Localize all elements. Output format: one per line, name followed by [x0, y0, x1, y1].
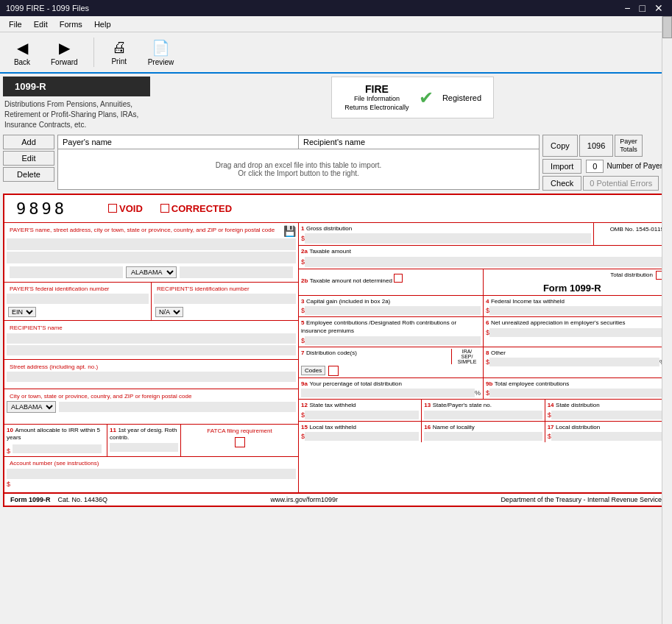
payer-recipient-table: Payer's name Recipient's name Drag and d… — [57, 135, 540, 190]
box-16-input[interactable] — [424, 432, 542, 441]
ira-sep-label: IRA/SEP/SIMPLE — [451, 349, 481, 364]
table-header: Payer's name Recipient's name — [58, 135, 539, 149]
drag-drop-text: Drag and drop an excel file into this ta… — [64, 161, 533, 169]
box-14-input[interactable] — [551, 411, 665, 419]
fatca-checkbox[interactable] — [235, 437, 245, 447]
menu-help[interactable]: Help — [88, 18, 117, 30]
box-13-title: State/Payer's state no. — [433, 402, 492, 408]
account-label: Account number (see instructions) — [7, 458, 296, 467]
registered-check-icon: ✔ — [419, 88, 434, 108]
box-10-num: 10 — [7, 427, 13, 433]
title-bar: 1099 FIRE - 1099 Files − □ ✕ — [0, 0, 672, 16]
table-body: Drag and drop an excel file into this ta… — [58, 149, 539, 189]
box-1-input[interactable] — [305, 233, 591, 244]
box-8-input[interactable] — [489, 358, 659, 366]
city-label: City or town, state or province, country… — [7, 391, 296, 400]
form-barcode: 9898 — [10, 196, 73, 221]
save-icon[interactable]: 💾 — [283, 225, 296, 237]
minimize-button[interactable]: − — [621, 3, 633, 13]
num-payers-value: 0 — [586, 160, 604, 173]
city-state-select[interactable]: ALABAMA — [7, 401, 56, 413]
edit-button[interactable]: Edit — [3, 151, 54, 166]
box-17-input[interactable] — [551, 432, 665, 441]
payer-address-input[interactable] — [7, 252, 296, 263]
city-zip-input[interactable] — [59, 402, 296, 412]
corrected-checkbox[interactable] — [160, 204, 169, 213]
copy-button[interactable]: Copy — [542, 135, 578, 157]
payer-state-row: ALABAMA — [7, 265, 296, 280]
back-button[interactable]: ◀ Back — [6, 35, 38, 70]
box-5-input[interactable] — [305, 336, 481, 345]
account-input[interactable] — [7, 469, 296, 479]
recipient-name-input[interactable] — [7, 333, 296, 344]
box-9b-input[interactable] — [489, 389, 665, 397]
ira-sep-checkbox[interactable] — [328, 366, 339, 376]
menu-file[interactable]: File — [3, 18, 28, 30]
close-button[interactable]: ✕ — [651, 3, 666, 13]
box-15-input[interactable] — [305, 432, 419, 441]
void-checkbox[interactable] — [108, 204, 117, 213]
maximize-button[interactable]: □ — [637, 3, 648, 13]
forward-icon: ▶ — [59, 39, 70, 57]
box-17-title: Local distribution — [556, 424, 600, 430]
recipient-name-label: RECIPIENT'S name — [7, 323, 296, 332]
footer-right: Department of the Treasury - Internal Re… — [501, 496, 662, 503]
ein-select[interactable]: EIN — [8, 307, 36, 317]
street-input[interactable] — [7, 372, 296, 382]
registered-label: Registered — [442, 93, 481, 102]
recipient-id-input[interactable] — [154, 294, 296, 304]
box-1-title: Gross distribution — [306, 225, 352, 232]
ein-select-row: EIN — [7, 305, 149, 319]
footer-form-label: Form 1099-R Cat. No. 14436Q — [10, 496, 107, 503]
preview-icon: 📄 — [152, 39, 170, 57]
preview-label: Preview — [148, 58, 174, 66]
payer-city-input[interactable] — [10, 266, 123, 278]
street-label: Street address (including apt. no.) — [7, 362, 296, 371]
box-7-title: Distribution code(s) — [306, 350, 357, 356]
box-11-cell: 11 1st year of desig. Roth contrib. — [107, 425, 181, 456]
codes-button[interactable]: Codes — [301, 366, 325, 375]
box-2a-input[interactable] — [305, 257, 665, 267]
box-2b-checkbox[interactable] — [394, 274, 403, 283]
recipient-id-col: RECIPIENT'S identification number N/A — [152, 283, 298, 321]
box-3-title: Capital gain (included in box 2a) — [306, 298, 390, 305]
payer-totals-button[interactable]: Payer Totals — [615, 135, 643, 157]
form-selector-display[interactable]: 1099-R — [3, 77, 150, 96]
preview-button[interactable]: 📄 Preview — [141, 35, 181, 70]
payer-state-select[interactable]: ALABAMA — [126, 266, 177, 278]
scrollbar-track[interactable] — [662, 74, 672, 624]
toolbar-divider — [93, 38, 94, 67]
box-12-input[interactable] — [305, 411, 419, 419]
box-3-input[interactable] — [305, 306, 481, 315]
1096-button[interactable]: 1096 — [579, 135, 613, 157]
print-button[interactable]: 🖨 Print — [103, 35, 135, 69]
box-10-input[interactable] — [13, 444, 102, 453]
num-payers-display: 0 Number of Payers — [583, 158, 669, 174]
fire-subtitle: File Information Returns Electronically — [344, 95, 410, 112]
check-button[interactable]: Check — [542, 176, 581, 191]
add-button[interactable]: Add — [3, 135, 54, 149]
footer-url: www.irs.gov/form1099r — [270, 496, 338, 503]
box-11-title: 1st year of desig. Roth contrib. — [110, 427, 177, 442]
na-select[interactable]: N/A — [155, 307, 183, 317]
forward-button[interactable]: ▶ Forward — [44, 35, 85, 70]
box-6-input[interactable] — [489, 328, 665, 337]
box-2a-num: 2a — [301, 248, 308, 255]
payer-zip-input[interactable] — [180, 266, 293, 278]
print-icon: 🖨 — [112, 39, 127, 56]
delete-button[interactable]: Delete — [3, 167, 54, 182]
box-11-input[interactable] — [110, 443, 178, 452]
box-9a-num: 9a — [301, 380, 308, 387]
payer-name-input[interactable] — [7, 238, 296, 250]
omb-number: OMB No. 1545-0119 — [596, 224, 665, 234]
box-9a-input[interactable] — [301, 389, 475, 397]
payer-federal-id-input[interactable] — [7, 294, 149, 304]
box-14-num: 14 — [548, 402, 554, 408]
import-button[interactable]: Import — [542, 159, 581, 174]
box-4-input[interactable] — [489, 306, 665, 315]
menu-forms[interactable]: Forms — [54, 18, 88, 30]
menu-edit[interactable]: Edit — [28, 18, 54, 30]
form-1099r: 9898 VOID CORRECTED PAYER' — [3, 194, 669, 507]
recipient-name-input2[interactable] — [7, 345, 296, 355]
box-13-input[interactable] — [424, 411, 542, 419]
